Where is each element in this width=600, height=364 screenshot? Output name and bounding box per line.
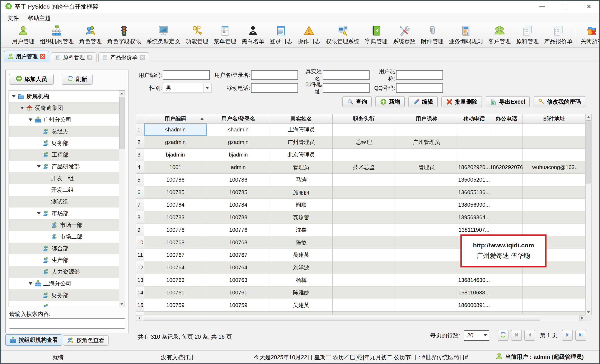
row-number[interactable]: 9 [136,224,144,236]
table-scroll-down-button[interactable] [586,309,591,315]
table-cell[interactable] [490,186,523,199]
tab-close-button[interactable] [87,54,93,60]
action-button-批量删除[interactable]: 批量删除 [441,96,482,107]
table-cell[interactable] [333,199,395,211]
action-button-修改我的密码[interactable]: 修改我的密码 [534,96,585,107]
table-cell[interactable] [333,149,395,161]
field-input[interactable] [323,83,370,93]
toolbar-item-user[interactable]: 用户管理 [9,24,37,46]
table-cell[interactable]: 总经理 [333,136,395,149]
table-cell[interactable] [333,123,395,136]
table-cell[interactable]: 100785 [207,186,270,199]
row-number[interactable]: 14 [136,287,144,299]
menu-item-file[interactable]: 文件 [3,13,23,23]
table-cell[interactable] [523,299,585,312]
table-cell[interactable]: 186000891... [458,299,490,312]
table-cell[interactable] [395,186,458,199]
field-input[interactable] [323,70,370,80]
caret-down-icon[interactable] [20,107,24,109]
prev-page-button[interactable] [524,330,535,341]
tab-产品报价单[interactable]: 产品报价单 [98,52,149,62]
table-cell[interactable]: 100763 [207,274,270,287]
close-button[interactable]: ✕ [584,2,594,11]
table-cell[interactable]: 刘洋波 [270,261,333,274]
table-vertical-scrollbar[interactable] [585,114,592,315]
action-button-编辑[interactable]: 编辑 [408,96,438,107]
toolbar-item-monitor[interactable]: 系统类型定义 [144,24,183,46]
tree-item-工程部[interactable]: 工程部 [9,149,119,161]
table-cell[interactable]: bjadmin [144,149,207,161]
table-cell[interactable]: 技术总监 [333,161,395,174]
toolbar-item-closeall[interactable]: 关闭所有 [578,24,600,46]
table-scroll-left-button[interactable] [136,315,142,321]
table-cell[interactable]: 马涛 [270,174,333,186]
table-cell[interactable]: 186202920... [458,161,490,174]
table-cell[interactable] [333,299,395,312]
maximize-button[interactable] [561,2,570,11]
table-cell[interactable]: 139569364... [458,211,490,224]
row-number[interactable]: 8 [136,211,144,224]
table-cell[interactable] [395,299,458,312]
toolbar-item-sheets[interactable]: 原料管理 [514,24,542,46]
table-cell[interactable]: 138056990... [458,199,490,211]
table-cell[interactable]: 100784 [207,199,270,211]
column-header-用户编码[interactable]: 用户编码 [144,114,207,123]
table-cell[interactable] [490,123,523,136]
tree-item-市场一部[interactable]: 市场一部 [9,219,119,231]
table-cell[interactable]: 100759 [207,299,270,312]
toolbar-item-keys[interactable]: 功能管理 [183,24,211,46]
table-cell[interactable]: 100785 [144,186,207,199]
table-cell[interactable]: 100768 [144,236,207,249]
next-page-button[interactable] [562,330,573,341]
column-header-职务头衔[interactable]: 职务头衔 [333,114,395,123]
field-input[interactable] [251,83,298,93]
table-cell[interactable] [490,199,523,211]
table-cell[interactable]: 100763 [144,274,207,287]
action-button-查询[interactable]: 查询 [342,96,372,107]
table-cell[interactable]: 100761 [207,287,270,299]
row-number[interactable]: 5 [136,174,144,186]
table-cell[interactable] [395,224,458,236]
table-cell[interactable] [333,186,395,199]
toolbar-item-warning[interactable]: 操作日志 [295,24,323,46]
toolbar-item-menudoc[interactable]: 菜单管理 [211,24,239,46]
table-cell[interactable]: 135005201... [458,174,490,186]
toolbar-item-customers[interactable]: 客户管理 [486,24,514,46]
caret-down-icon[interactable] [37,165,41,168]
tree-scroll-up-button[interactable] [119,91,125,96]
table-cell[interactable] [333,312,395,315]
toolbar-item-dict[interactable]: 字典管理 [362,24,390,46]
table-cell[interactable]: 100784 [144,199,207,211]
tree-item-爱奇迪集团[interactable]: 爱奇迪集团 [9,102,119,114]
last-page-button[interactable] [575,330,586,341]
row-number[interactable]: 10 [136,236,144,249]
tree-item-开发一组[interactable]: 开发一组 [9,172,119,184]
toolbar-item-blackuser[interactable]: 黑白名单 [239,24,267,46]
view-tab-按角色查看[interactable]: 按角色查看 [63,335,109,345]
table-cell[interactable] [458,123,490,136]
table-cell[interactable] [523,186,585,199]
table-cell[interactable]: 上海管理员 [270,123,333,136]
table-cell[interactable]: 广州管理员 [270,136,333,149]
table-cell[interactable] [333,261,395,274]
table-cell[interactable]: 管理员 [395,161,458,174]
tree-item-上海分公司[interactable]: 上海分公司 [9,278,119,289]
refresh-page-button[interactable] [498,330,508,341]
table-cell[interactable] [395,274,458,287]
row-number[interactable]: 2 [136,136,144,149]
row-number[interactable]: 4 [136,161,144,174]
table-cell[interactable]: 阎顺 [270,199,333,211]
table-cell[interactable]: bjadmin [207,149,270,161]
table-cell[interactable]: 陈雅婕 [270,287,333,299]
tree-item-总经办[interactable]: 总经办 [9,126,119,137]
table-cell[interactable]: 100764 [144,261,207,274]
table-cell[interactable]: shadmin [207,123,270,136]
tab-用户管理[interactable]: 用户管理 [4,51,49,62]
table-cell[interactable]: 沈嘉 [270,224,333,236]
tree-item[interactable] [9,301,119,307]
minimize-button[interactable] [537,2,547,11]
table-cell[interactable] [395,149,458,161]
row-number[interactable]: 1 [136,123,144,136]
search-input[interactable] [9,318,125,329]
action-button-导出Excel[interactable]: 导出Excel [486,96,530,107]
